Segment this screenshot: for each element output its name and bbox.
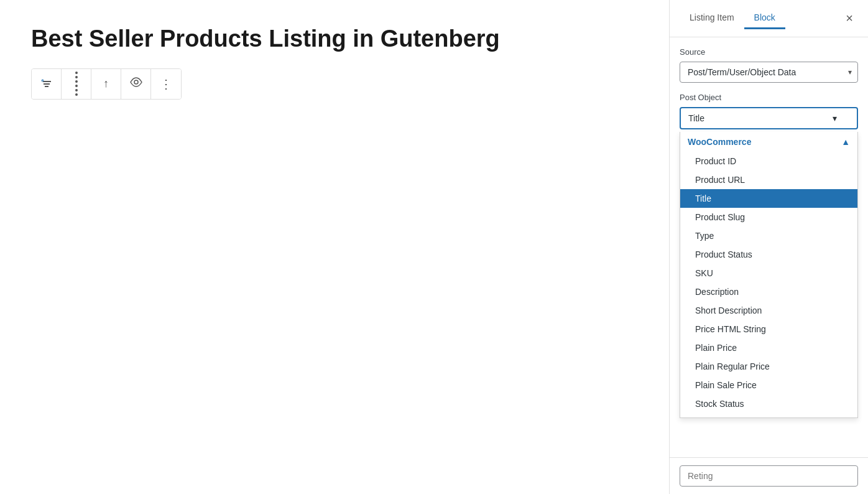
list-item[interactable]: Stock Status (680, 394, 857, 413)
eye-icon (129, 77, 143, 90)
list-item[interactable]: Stock Quantity (680, 413, 857, 418)
block-toolbar: T ↑ ⋮ (31, 68, 182, 100)
list-item[interactable]: SKU (680, 264, 857, 282)
list-item[interactable]: Plain Sale Price (680, 376, 857, 394)
drag-button[interactable] (62, 69, 91, 99)
source-select-wrapper: Post/Term/User/Object Data ▾ (680, 62, 858, 83)
svg-point-5 (134, 80, 138, 84)
group-label: WooCommerce (688, 137, 751, 147)
move-up-button[interactable]: ↑ (91, 69, 121, 99)
preview-button[interactable] (121, 69, 151, 99)
dropdown-chevron-icon: ▾ (833, 113, 837, 123)
list-item[interactable]: Description (680, 282, 857, 301)
close-button[interactable]: × (841, 10, 858, 27)
list-item[interactable]: Short Description (680, 301, 857, 320)
panel-footer (670, 457, 868, 494)
list-item[interactable]: Product ID (680, 152, 857, 170)
source-label: Source (680, 47, 858, 57)
panel-header: Listing Item Block × (670, 0, 868, 37)
list-item[interactable]: Product Slug (680, 208, 857, 226)
source-field: Source Post/Term/User/Object Data ▾ (680, 47, 858, 93)
list-item[interactable]: Type (680, 226, 857, 245)
list-item-title[interactable]: Title (680, 189, 857, 208)
dropdown-list[interactable]: WooCommerce ▲ Product ID Product URL Tit… (680, 132, 858, 418)
page-title: Best Seller Products Listing in Gutenber… (31, 25, 638, 54)
ellipsis-icon: ⋮ (160, 77, 172, 91)
tab-listing-item[interactable]: Listing Item (680, 7, 744, 29)
more-options-button[interactable]: ⋮ (151, 69, 181, 99)
collapse-icon[interactable]: ▲ (841, 137, 850, 147)
list-item[interactable]: Plain Regular Price (680, 357, 857, 376)
main-content: Best Seller Products Listing in Gutenber… (0, 0, 669, 494)
footer-input[interactable] (680, 465, 858, 487)
svg-rect-1 (44, 83, 50, 85)
source-select[interactable]: Post/Term/User/Object Data (680, 62, 858, 83)
filter-button[interactable]: T (32, 69, 62, 99)
dropdown-trigger[interactable]: Title ▾ (680, 107, 858, 129)
dropdown-container: Title ▾ WooCommerce ▲ Product ID Product… (680, 107, 858, 129)
svg-rect-2 (45, 86, 48, 87)
panel-body: Source Post/Term/User/Object Data ▾ Post… (670, 37, 868, 457)
list-item[interactable]: Product URL (680, 170, 857, 189)
drag-icon (75, 72, 78, 96)
list-item[interactable]: Price HTML String (680, 320, 857, 338)
right-panel: Listing Item Block × Source Post/Term/Us… (669, 0, 868, 494)
post-object-label: Post Object (680, 93, 858, 102)
post-object-field: Post Object Title ▾ WooCommerce ▲ Produc… (680, 93, 858, 129)
tab-block[interactable]: Block (744, 7, 785, 29)
dropdown-selected-value: Title (688, 113, 704, 123)
filter-icon: T (41, 78, 52, 90)
list-item[interactable]: Product Status (680, 245, 857, 264)
arrow-up-icon: ↑ (103, 77, 109, 90)
list-item[interactable]: Plain Price (680, 338, 857, 357)
dropdown-group-header: WooCommerce ▲ (680, 132, 857, 152)
